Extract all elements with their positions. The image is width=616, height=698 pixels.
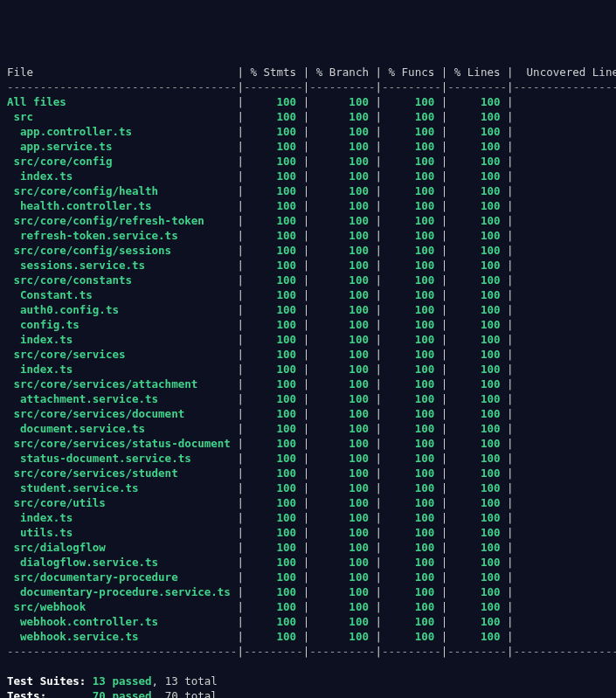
col-lines: % Lines: [447, 66, 507, 79]
stmts-cell: 100: [244, 526, 303, 539]
branch-cell: 100: [309, 600, 375, 613]
branch-cell: 100: [309, 303, 375, 316]
funcs-cell: 100: [382, 125, 441, 138]
lines-cell: 100: [447, 511, 507, 524]
file-cell: index.ts: [7, 333, 237, 346]
funcs-cell: 100: [382, 541, 441, 554]
funcs-cell: 100: [382, 348, 441, 361]
file-cell: attachment.service.ts: [7, 392, 237, 405]
uncovered-cell: [514, 481, 616, 494]
lines-cell: 100: [447, 155, 507, 168]
uncovered-cell: [514, 630, 616, 643]
summary-tests-label: Tests:: [7, 689, 93, 698]
lines-cell: 100: [447, 570, 507, 584]
file-cell: src/core/constants: [7, 273, 237, 287]
lines-cell: 100: [447, 630, 507, 643]
funcs-cell: 100: [382, 214, 441, 227]
lines-cell: 100: [447, 585, 507, 598]
branch-cell: 100: [309, 125, 375, 138]
file-cell: health.controller.ts: [7, 199, 237, 212]
lines-cell: 100: [447, 377, 507, 390]
funcs-cell: 100: [382, 184, 441, 197]
file-cell: src/core/config: [7, 155, 237, 168]
stmts-cell: 100: [244, 303, 303, 316]
stmts-cell: 100: [244, 422, 303, 435]
uncovered-cell: [514, 407, 616, 420]
branch-cell: 100: [309, 422, 375, 435]
file-cell: webhook.controller.ts: [7, 615, 237, 628]
uncovered-cell: [514, 422, 616, 435]
uncovered-cell: [514, 452, 616, 465]
funcs-cell: 100: [382, 570, 441, 584]
branch-cell: 100: [309, 496, 375, 509]
file-cell: sessions.service.ts: [7, 259, 237, 272]
uncovered-cell: [514, 437, 616, 450]
branch-cell: 100: [309, 155, 375, 168]
funcs-cell: 100: [382, 288, 441, 301]
lines-cell: 100: [447, 288, 507, 301]
uncovered-cell: [514, 214, 616, 227]
funcs-cell: 100: [382, 511, 441, 524]
funcs-cell: 100: [382, 615, 441, 628]
stmts-cell: 100: [244, 437, 303, 450]
uncovered-cell: [514, 541, 616, 554]
uncovered-cell: [514, 348, 616, 361]
funcs-cell: 100: [382, 273, 441, 287]
lines-cell: 100: [447, 318, 507, 331]
lines-cell: 100: [447, 125, 507, 138]
stmts-cell: 100: [244, 466, 303, 480]
stmts-cell: 100: [244, 363, 303, 376]
uncovered-cell: [514, 377, 616, 390]
funcs-cell: 100: [382, 392, 441, 405]
lines-cell: 100: [447, 541, 507, 554]
lines-cell: 100: [447, 303, 507, 316]
funcs-cell: 100: [382, 140, 441, 153]
file-cell: refresh-token.service.ts: [7, 229, 237, 242]
branch-cell: 100: [309, 585, 375, 598]
uncovered-cell: [514, 496, 616, 509]
stmts-cell: 100: [244, 600, 303, 613]
funcs-cell: 100: [382, 526, 441, 539]
file-cell: src/core/config/health: [7, 184, 237, 197]
file-cell: Constant.ts: [7, 288, 237, 301]
summary-suites-passed: 13 passed: [93, 674, 152, 688]
branch-cell: 100: [309, 407, 375, 420]
stmts-cell: 100: [244, 377, 303, 390]
branch-cell: 100: [309, 288, 375, 301]
summary-suites-label: Test Suites:: [7, 674, 93, 688]
uncovered-cell: [514, 169, 616, 183]
lines-cell: 100: [447, 214, 507, 227]
uncovered-cell: [514, 288, 616, 301]
lines-cell: 100: [447, 259, 507, 272]
stmts-cell: 100: [244, 288, 303, 301]
lines-cell: 100: [447, 199, 507, 212]
file-cell: All files: [7, 95, 237, 108]
funcs-cell: 100: [382, 630, 441, 643]
branch-cell: 100: [309, 452, 375, 465]
uncovered-cell: [514, 511, 616, 524]
file-cell: index.ts: [7, 511, 237, 524]
uncovered-cell: [514, 615, 616, 628]
branch-cell: 100: [309, 556, 375, 569]
file-cell: src/core/config/refresh-token: [7, 214, 237, 227]
lines-cell: 100: [447, 169, 507, 183]
uncovered-cell: [514, 199, 616, 212]
stmts-cell: 100: [244, 556, 303, 569]
lines-cell: 100: [447, 229, 507, 242]
uncovered-cell: [514, 318, 616, 331]
funcs-cell: 100: [382, 244, 441, 257]
branch-cell: 100: [309, 541, 375, 554]
branch-cell: 100: [309, 244, 375, 257]
funcs-cell: 100: [382, 318, 441, 331]
lines-cell: 100: [447, 392, 507, 405]
stmts-cell: 100: [244, 184, 303, 197]
funcs-cell: 100: [382, 407, 441, 420]
funcs-cell: 100: [382, 199, 441, 212]
summary-tests-total: , 70 total: [152, 689, 218, 698]
lines-cell: 100: [447, 615, 507, 628]
stmts-cell: 100: [244, 407, 303, 420]
stmts-cell: 100: [244, 392, 303, 405]
file-cell: document.service.ts: [7, 422, 237, 435]
file-cell: status-document.service.ts: [7, 452, 237, 465]
funcs-cell: 100: [382, 600, 441, 613]
